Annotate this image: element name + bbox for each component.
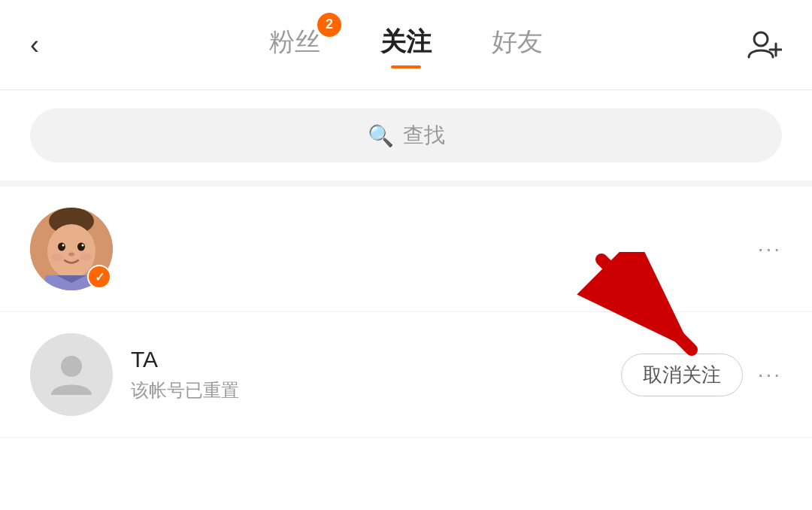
tab-following[interactable]: 关注 [380, 25, 432, 65]
tab-fans-label: 粉丝 [269, 27, 320, 56]
tab-friends-label: 好友 [492, 27, 543, 56]
search-placeholder: 查找 [403, 121, 445, 150]
svg-point-7 [77, 243, 85, 251]
tab-friends[interactable]: 好友 [492, 25, 543, 65]
user-item: TA 该帐号已重置 取消关注 ··· [0, 312, 812, 438]
header: ‹ 粉丝 2 关注 好友 [0, 0, 812, 90]
person-icon [45, 348, 98, 401]
user-name: TA [131, 347, 621, 372]
svg-point-8 [62, 244, 65, 247]
user-item: ✓ ··· [0, 187, 812, 312]
nav-tabs: 粉丝 2 关注 好友 [75, 25, 737, 65]
search-bar[interactable]: 🔍 查找 [30, 108, 782, 162]
svg-point-11 [51, 253, 63, 261]
verified-badge: ✓ [87, 265, 111, 289]
svg-point-6 [58, 243, 65, 251]
svg-point-16 [61, 356, 82, 377]
back-button[interactable]: ‹ [30, 29, 75, 61]
tab-following-label: 关注 [380, 27, 432, 56]
user-list: ✓ ··· [0, 187, 812, 438]
unfollow-button[interactable]: 取消关注 [621, 354, 743, 396]
back-icon: ‹ [30, 29, 39, 61]
avatar-container [30, 333, 113, 416]
avatar-container: ✓ [30, 208, 113, 290]
tab-fans[interactable]: 粉丝 2 [269, 25, 320, 65]
search-icon: 🔍 [368, 123, 394, 148]
user-desc: 该帐号已重置 [131, 378, 621, 402]
svg-point-10 [68, 253, 74, 257]
add-user-icon [746, 27, 782, 63]
user-info: TA 该帐号已重置 [131, 347, 621, 402]
avatar [30, 333, 113, 416]
svg-point-0 [754, 32, 768, 46]
search-container: 🔍 查找 [0, 90, 812, 181]
fans-badge: 2 [317, 13, 341, 37]
more-options-button[interactable]: ··· [758, 363, 782, 387]
more-options-button[interactable]: ··· [758, 237, 782, 261]
svg-point-12 [80, 253, 92, 261]
svg-point-9 [82, 244, 84, 247]
user-actions: 取消关注 ··· [621, 354, 782, 396]
add-user-button[interactable] [737, 27, 782, 63]
section-divider [0, 181, 812, 187]
